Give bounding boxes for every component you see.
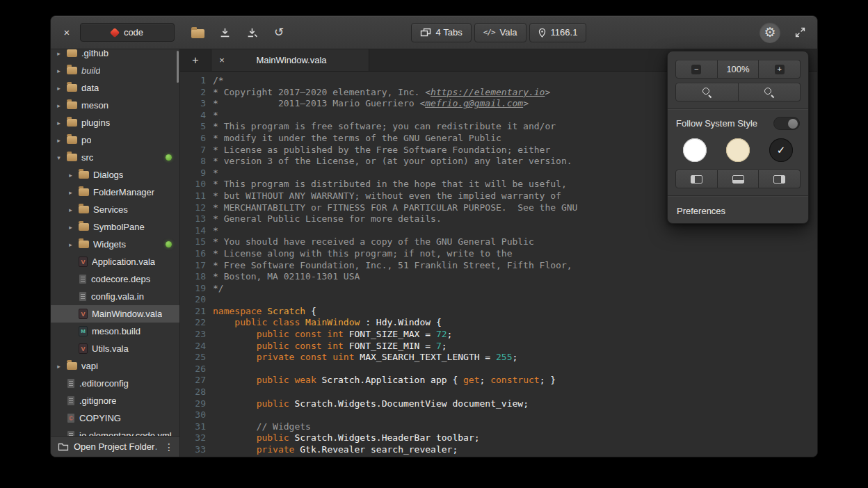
language-selector-button[interactable]: </> Vala [474,23,527,42]
sidebar: ▸.github▸build▸data▸meson▸plugins▸po▾src… [51,49,180,457]
file-icon: © [67,413,75,423]
tree-item-widgets[interactable]: ▸Widgets [51,236,179,253]
find-in-document-button[interactable] [675,83,739,101]
tree-item-data[interactable]: ▸data [51,79,179,97]
open-file-button[interactable] [188,24,207,42]
collapse-icon[interactable]: ▾ [55,154,63,161]
code-line[interactable]: 29 public Scratch.Widgets.DocumentView d… [180,398,817,410]
code-line[interactable]: 19*/ [180,283,817,295]
tree-item-meson-build[interactable]: Mmeson.build [51,323,179,340]
tree-item-application-vala[interactable]: VApplication.vala [51,253,179,270]
desktop-background: × code [0,0,868,488]
code-line[interactable]: 23 public const int FONT_SIZE_MAX = 72; [180,329,817,341]
code-line[interactable]: 15* You should have received a copy of t… [180,236,817,248]
expand-icon[interactable]: ▸ [55,102,63,109]
code-line[interactable]: 20 [180,294,817,306]
code-line[interactable]: 18* Boston, MA 02110-1301 USA [180,271,817,283]
expand-icon[interactable]: ▸ [55,120,63,127]
goto-line-button[interactable]: 1166.1 [529,23,587,42]
file-icon [67,378,75,389]
expand-icon[interactable]: ▸ [55,137,63,144]
separator [668,195,808,196]
tree-item-label: io.elementary.code.yml [79,430,172,436]
line-number: 22 [180,317,206,329]
preferences-menu-item[interactable]: Preferences [668,201,808,220]
code-line[interactable]: 32 public Scratch.Widgets.HeaderBar tool… [180,432,817,444]
tree-item-copying[interactable]: ©COPYING [51,409,179,427]
code-line[interactable]: 22 public class MainWindow : Hdy.Window … [180,317,817,329]
expand-icon[interactable]: ▸ [55,85,63,92]
global-search-button[interactable] [739,83,801,101]
bottom-panel-icon [732,175,744,184]
project-chooser-button[interactable]: code [80,23,175,42]
tree-item-dialogs[interactable]: ▸Dialogs [51,166,179,184]
zoom-in-button[interactable]: + [759,60,801,79]
show-terminal-toggle[interactable] [718,170,760,188]
fullscreen-button[interactable] [791,24,809,42]
code-line[interactable]: 17* Free Software Foundation, Inc., 51 F… [180,260,817,272]
code-line[interactable]: 25 private const uint MAX_SEARCH_TEXT_LE… [180,352,817,364]
tree-item--gitignore[interactable]: .gitignore [51,392,179,409]
tabs-overview-button[interactable]: 4 Tabs [411,23,472,42]
window-close-button[interactable]: × [59,25,74,40]
code-line[interactable]: 30 [180,409,817,421]
show-outline-toggle[interactable] [759,170,801,188]
tree-item-codecore-deps[interactable]: codecore.deps [51,270,179,288]
open-project-folder-button[interactable]: Open Project Folder… [74,441,156,452]
code-line[interactable]: 24 public const int FONT_SIZE_MIN = 7; [180,341,817,352]
expand-icon[interactable]: ▸ [55,50,63,57]
save-as-icon [246,26,258,38]
zoom-out-button[interactable]: − [675,60,718,79]
tree-item-build[interactable]: ▸build [51,62,179,79]
code-line[interactable]: 16* License along with this program; if … [180,248,817,260]
dark-style-option[interactable]: ✓ [769,138,793,162]
tree-item-services[interactable]: ▸Services [51,201,179,218]
code-line[interactable]: 33 private Gtk.Revealer search_revealer; [180,444,817,456]
expand-icon[interactable]: ▸ [67,206,74,213]
tree-item-plugins[interactable]: ▸plugins [51,114,179,131]
zoom-reset-button[interactable]: 100% [718,60,760,79]
sepia-style-option[interactable] [726,138,750,162]
tree-item--github[interactable]: ▸.github [51,49,179,62]
follow-system-toggle[interactable] [773,117,800,130]
tree-item-io-elementary-code-yml[interactable]: io.elementary.code.yml [51,427,179,436]
tree-item-vapi[interactable]: ▸vapi [51,357,179,375]
code-line[interactable]: 26 [180,364,817,375]
project-menu-button[interactable]: ⋮ [161,439,177,455]
show-sidebar-toggle[interactable] [675,170,718,188]
history-button[interactable]: ↺ [270,24,288,42]
tree-item-symbolpane[interactable]: ▸SymbolPane [51,218,179,236]
new-tab-button[interactable]: + [186,49,205,71]
tree-item-src[interactable]: ▾src [51,149,179,166]
tree-item-utils-vala[interactable]: VUtils.vala [51,340,179,357]
tab-mainwindow-vala[interactable]: × MainWindow.vala [211,49,369,71]
expand-icon[interactable]: ▸ [67,241,74,248]
tree-item-mainwindow-vala[interactable]: VMainWindow.vala [51,305,179,323]
expand-icon[interactable]: ▸ [67,189,74,196]
code-line[interactable]: 28 [180,387,817,398]
expand-icon[interactable]: ▸ [55,67,63,74]
expand-icon[interactable]: ▸ [55,363,63,370]
header-button-group: 4 Tabs </> Vala 1166.1 [411,23,587,42]
tree-item-label: Application.vala [92,257,155,267]
tree-item-foldermanager[interactable]: ▸FolderManager [51,184,179,201]
save-as-button[interactable] [243,24,261,42]
save-button[interactable] [216,24,234,42]
plus-icon: + [192,54,198,67]
tree-item-config-vala-in[interactable]: config.vala.in [51,288,179,305]
tree-item--editorconfig[interactable]: .editorconfig [51,375,179,392]
tree-item-meson[interactable]: ▸meson [51,97,179,114]
light-style-option[interactable] [683,138,707,162]
tab-close-button[interactable]: × [211,55,232,65]
code-line[interactable]: 14* [180,225,817,237]
code-line[interactable]: 27 public weak Scratch.Application app {… [180,375,817,387]
code-line[interactable]: 31 // Widgets [180,421,817,433]
tree-item-po[interactable]: ▸po [51,131,179,149]
settings-menu-button[interactable]: ⚙ [760,22,780,43]
tree-item-label: Services [93,204,128,215]
expand-icon[interactable]: ▸ [67,224,74,231]
code-line[interactable]: 21namespace Scratch { [180,306,817,318]
expand-icon[interactable]: ▸ [67,172,74,179]
line-number: 13 [180,213,206,225]
sidebar-scrollbar[interactable] [177,51,179,83]
